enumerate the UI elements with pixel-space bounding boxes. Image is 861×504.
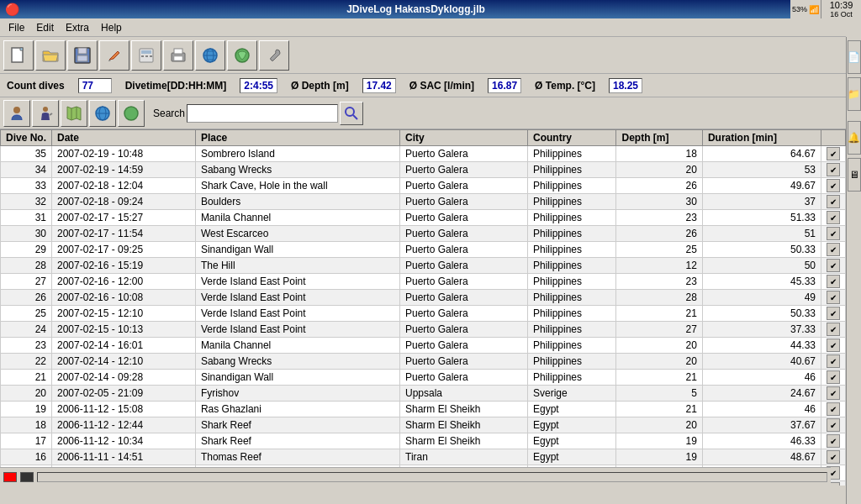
map-btn[interactable] [61,100,87,127]
search-go-button[interactable] [340,102,363,125]
table-row[interactable]: 26 2007-02-16 - 10:08 Verde Island East … [1,290,846,306]
check-icon[interactable]: ✔ [827,370,840,384]
check-icon[interactable]: ✔ [827,195,840,208]
check-icon[interactable]: ✔ [827,402,840,416]
table-row[interactable]: 28 2007-02-16 - 15:19 The Hill Puerto Ga… [1,258,846,274]
sidebar-btn-3[interactable]: 🔔 [848,121,861,155]
cell-check[interactable]: ✔ [821,306,846,322]
menu-help[interactable]: Help [96,20,127,35]
table-row[interactable]: 35 2007-02-19 - 10:48 Sombrero Island Pu… [1,146,846,162]
cell-check[interactable]: ✔ [821,449,846,465]
menu-edit[interactable]: Edit [31,20,59,35]
cell-check[interactable]: ✔ [821,162,846,178]
sidebar-btn-4[interactable]: 🖥 [848,158,861,192]
table-row[interactable]: 20 2007-02-05 - 21:09 Fyrishov Uppsala S… [1,386,846,402]
cell-check[interactable]: ✔ [821,242,846,258]
wrench-button[interactable] [259,40,289,71]
cell-duration: 51 [702,226,821,242]
cell-date: 2006-11-12 - 10:34 [52,433,196,449]
check-icon[interactable]: ✔ [827,211,840,224]
cell-check[interactable]: ✔ [821,402,846,417]
dive-table-container[interactable]: Dive No. Date Place City Country Depth [… [0,129,846,486]
check-icon[interactable]: ✔ [827,147,840,160]
cell-place: Ras Ghazlani [195,402,399,417]
check-icon[interactable]: ✔ [827,434,840,448]
table-row[interactable]: 19 2006-11-12 - 15:08 Ras Ghazlani Sharm… [1,402,846,417]
check-icon[interactable]: ✔ [827,259,840,272]
sidebar-btn-1[interactable]: 📄 [848,40,861,74]
table-row[interactable]: 25 2007-02-15 - 12:10 Verde Island East … [1,306,846,322]
cell-check[interactable]: ✔ [821,178,846,194]
tray-icon1: 📶 [809,5,819,14]
cell-duration: 46 [702,370,821,386]
check-icon[interactable]: ✔ [827,354,840,368]
table-row[interactable]: 24 2007-02-15 - 10:13 Verde Island East … [1,322,846,338]
check-icon[interactable]: ✔ [827,227,840,240]
check-icon[interactable]: ✔ [827,275,840,288]
sidebar-btn-2[interactable]: 📁 [848,77,861,111]
check-icon[interactable]: ✔ [827,291,840,304]
cell-check[interactable]: ✔ [821,433,846,449]
table-row[interactable]: 34 2007-02-19 - 14:59 Sabang Wrecks Puer… [1,162,846,178]
check-icon[interactable]: ✔ [827,323,840,336]
calc-button[interactable] [131,40,161,71]
globe2-button[interactable] [227,40,257,71]
new-button[interactable] [3,40,34,71]
cell-check[interactable]: ✔ [821,194,846,210]
svg-point-27 [124,107,138,120]
table-row[interactable]: 21 2007-02-14 - 09:28 Sinandigan Wall Pu… [1,370,846,386]
table-row[interactable]: 23 2007-02-14 - 16:01 Manila Channel Pue… [1,338,846,354]
table-row[interactable]: 31 2007-02-17 - 15:27 Manila Channel Pue… [1,210,846,226]
menu-extra[interactable]: Extra [61,20,94,35]
edit-button[interactable] [99,40,129,71]
cell-check[interactable]: ✔ [821,290,846,306]
cell-check[interactable]: ✔ [821,322,846,338]
check-icon[interactable]: ✔ [827,450,840,464]
cell-check[interactable]: ✔ [821,274,846,290]
cell-check[interactable]: ✔ [821,386,846,402]
cell-check[interactable]: ✔ [821,258,846,274]
check-icon[interactable]: ✔ [827,307,840,320]
table-row[interactable]: 16 2006-11-11 - 14:51 Thomas Reef Tiran … [1,449,846,465]
cell-city: Puerto Galera [400,274,528,290]
check-icon[interactable]: ✔ [827,339,840,352]
table-row[interactable]: 18 2006-11-12 - 12:44 Shark Reef Sharm E… [1,417,846,433]
diver-btn-2[interactable] [32,100,59,127]
cell-check[interactable]: ✔ [821,354,846,370]
table-row[interactable]: 27 2007-02-16 - 12:00 Verde Island East … [1,274,846,290]
globe-button[interactable] [195,40,225,71]
search-input[interactable] [187,104,338,123]
cell-check[interactable]: ✔ [821,338,846,354]
check-icon[interactable]: ✔ [827,386,840,400]
check-icon[interactable]: ✔ [827,179,840,192]
diver-btn-1[interactable] [3,100,30,127]
table-row[interactable]: 30 2007-02-17 - 11:54 West Escarceo Puer… [1,226,846,242]
print-button[interactable] [163,40,193,71]
globe-btn[interactable] [89,100,116,127]
col-diveno: Dive No. [1,130,52,146]
table-row[interactable]: 32 2007-02-18 - 09:24 Boulders Puerto Ga… [1,194,846,210]
cell-city: Puerto Galera [400,322,528,338]
save-button[interactable] [67,40,98,71]
table-row[interactable]: 22 2007-02-14 - 12:10 Sabang Wrecks Puer… [1,354,846,370]
open-button[interactable] [35,40,66,71]
menu-file[interactable]: File [3,20,29,35]
cell-country: Philippines [528,370,616,386]
cell-check[interactable]: ✔ [821,370,846,386]
cell-check[interactable]: ✔ [821,226,846,242]
cell-check[interactable]: ✔ [821,210,846,226]
cell-check[interactable]: ✔ [821,417,846,433]
svg-rect-6 [141,50,151,54]
cell-diveno: 17 [1,433,52,449]
cell-check[interactable]: ✔ [821,146,846,162]
table-row[interactable]: 29 2007-02-17 - 09:25 Sinandigan Wall Pu… [1,242,846,258]
cell-country: Sverige [528,386,616,402]
cell-diveno: 24 [1,322,52,338]
check-icon[interactable]: ✔ [827,163,840,176]
table-row[interactable]: 17 2006-11-12 - 10:34 Shark Reef Sharm E… [1,433,846,449]
cell-place: West Escarceo [195,226,399,242]
table-row[interactable]: 33 2007-02-18 - 12:04 Shark Cave, Hole i… [1,178,846,194]
check-icon[interactable]: ✔ [827,418,840,432]
globe2-btn[interactable] [118,100,145,127]
check-icon[interactable]: ✔ [827,243,840,256]
